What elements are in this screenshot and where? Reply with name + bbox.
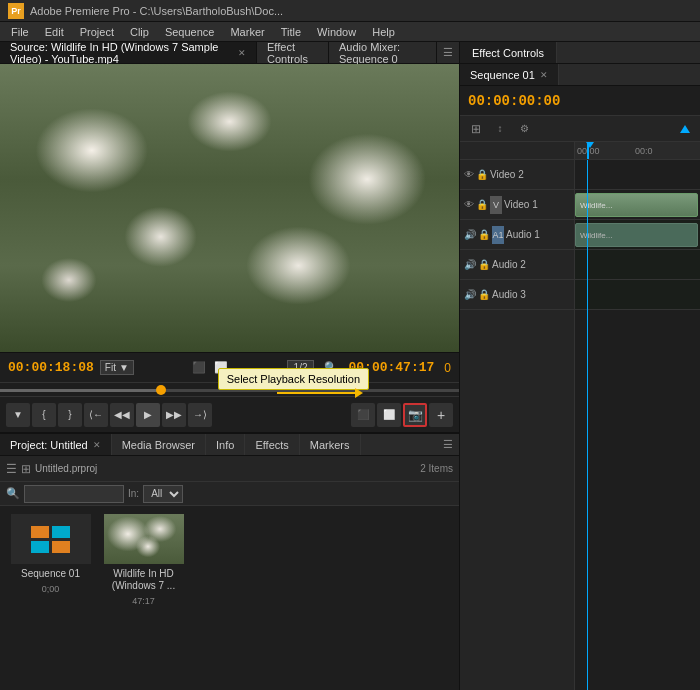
audio1-lock-icon[interactable]: 🔒 (478, 229, 490, 240)
audio-mixer-tab[interactable]: Audio Mixer: Sequence 0 (329, 42, 437, 63)
video2-lane[interactable] (575, 160, 700, 190)
video2-lock-icon[interactable]: 🔒 (476, 169, 488, 180)
audio2-label: Audio 2 (492, 259, 570, 270)
project-file-name: Untitled.prproj (35, 463, 97, 474)
effects-tab[interactable]: Effects (245, 434, 299, 455)
timecode-in: 00:00:18:08 (8, 360, 94, 375)
info-tab[interactable]: Info (206, 434, 245, 455)
search-bar: 🔍 In: All (0, 482, 459, 506)
source-tab[interactable]: Source: Wildlife In HD (Windows 7 Sample… (0, 42, 257, 63)
prev-edit-btn[interactable]: ⟨← (84, 403, 108, 427)
audio1-lane[interactable]: Wildlife... (575, 220, 700, 250)
play-btn[interactable]: ▶ (136, 403, 160, 427)
source-tab-close[interactable]: ✕ (238, 48, 246, 58)
menu-sequence[interactable]: Sequence (158, 24, 222, 40)
tooltip-arrow-line (277, 392, 357, 394)
audio3-mute-icon[interactable]: 🔊 (464, 289, 476, 300)
menu-window[interactable]: Window (310, 24, 363, 40)
video1-target-label: V (490, 196, 502, 214)
menu-edit[interactable]: Edit (38, 24, 71, 40)
seq-tab-label: Sequence 01 (470, 69, 535, 81)
video1-eye-icon[interactable]: 👁 (464, 199, 474, 210)
fit-dropdown[interactable]: Fit ▼ (100, 360, 134, 375)
mark-in-btn[interactable]: ▼ (6, 403, 30, 427)
nest-seq-btn[interactable]: ⊞ (466, 119, 486, 139)
video-clip-label: Wildlife... (580, 201, 612, 210)
menu-clip[interactable]: Clip (123, 24, 156, 40)
wildlife-item-label: Wildlife In HD (Windows 7 ... (101, 568, 186, 592)
panel-menu-btn[interactable]: ☰ (437, 46, 459, 59)
playhead-handle[interactable] (156, 385, 166, 395)
menu-marker[interactable]: Marker (223, 24, 271, 40)
seq-tab-close[interactable]: ✕ (540, 70, 548, 80)
audio2-mute-icon[interactable]: 🔊 (464, 259, 476, 270)
tooltip-arrowhead (355, 388, 363, 398)
in-dropdown[interactable]: All (143, 485, 183, 503)
video1-clip[interactable]: Wildlife... (575, 193, 698, 217)
audio2-lane[interactable] (575, 250, 700, 280)
title-bar: Pr Adobe Premiere Pro - C:\Users\Barthol… (0, 0, 700, 22)
video1-lane[interactable]: Wildlife... (575, 190, 700, 220)
timeline-ruler[interactable]: 00:00 00:0 (575, 142, 700, 160)
track-header-audio1: 🔊 🔒 A1 Audio 1 (460, 220, 574, 250)
list-item[interactable]: Sequence 01 0;00 (8, 514, 93, 594)
window-title: Adobe Premiere Pro - C:\Users\BartholoBu… (30, 5, 283, 17)
project-panel-menu[interactable]: ☰ (437, 438, 459, 451)
menu-project[interactable]: Project (73, 24, 121, 40)
list-item[interactable]: Wildlife In HD (Windows 7 ... 47:17 (101, 514, 186, 606)
mark-in-btn2[interactable]: { (32, 403, 56, 427)
left-panel: Source: Wildlife In HD (Windows 7 Sample… (0, 42, 460, 690)
effect-controls-active-tab[interactable]: Effect Controls (460, 42, 557, 63)
audio1-clip[interactable]: Wildlife... (575, 223, 698, 247)
item-count: 2 Items (420, 463, 453, 474)
step-fwd-btn[interactable]: ▶▶ (162, 403, 186, 427)
search-input[interactable] (24, 485, 124, 503)
project-tabs: Project: Untitled ✕ Media Browser Info E… (0, 434, 459, 456)
audio3-lock-icon[interactable]: 🔒 (478, 289, 490, 300)
icon-view-icon[interactable]: ⊞ (21, 462, 31, 476)
timeline-header: 00:00 00:0 (460, 142, 700, 160)
sequence-tab[interactable]: Sequence 01 ✕ (460, 64, 559, 85)
media-browser-tab[interactable]: Media Browser (112, 434, 206, 455)
insert-btn[interactable]: ⬛ (351, 403, 375, 427)
audio1-mute-icon[interactable]: 🔊 (464, 229, 476, 240)
source-monitor: Source: Wildlife In HD (Windows 7 Sample… (0, 42, 459, 432)
overwrite-btn[interactable]: ⬜ (377, 403, 401, 427)
project-tab-label: Project: Untitled (10, 439, 88, 451)
tooltip-container: Select Playback Resolution (218, 368, 369, 394)
list-view-icon[interactable]: ☰ (6, 462, 17, 476)
video1-label: Video 1 (504, 199, 570, 210)
audio3-label: Audio 3 (492, 289, 570, 300)
effect-controls-tab[interactable]: Effect Controls (257, 42, 329, 63)
search-icon: 🔍 (6, 487, 20, 500)
project-tab[interactable]: Project: Untitled ✕ (0, 434, 112, 455)
sequence-timecode-bar: 00:00:00:00 (460, 86, 700, 116)
menu-title[interactable]: Title (274, 24, 308, 40)
mark-out-btn[interactable]: } (58, 403, 82, 427)
add-btn[interactable]: + (429, 403, 453, 427)
menu-help[interactable]: Help (365, 24, 402, 40)
wildlife-item-duration: 47:17 (132, 596, 155, 606)
next-edit-btn[interactable]: →⟩ (188, 403, 212, 427)
step-back-btn[interactable]: ◀◀ (110, 403, 134, 427)
seq-settings-btn[interactable]: ⚙ (514, 119, 534, 139)
project-tab-close[interactable]: ✕ (93, 440, 101, 450)
video1-lock-icon[interactable]: 🔒 (476, 199, 488, 210)
track-content: Wildlife... Wildlife... (575, 160, 700, 690)
video2-eye-icon[interactable]: 👁 (464, 169, 474, 180)
audio2-lock-icon[interactable]: 🔒 (478, 259, 490, 270)
markers-tab[interactable]: Markers (300, 434, 361, 455)
source-panel-tabs: Source: Wildlife In HD (Windows 7 Sample… (0, 42, 459, 64)
export-frame-btn[interactable]: 📷 (403, 403, 427, 427)
extra-time: 0 (444, 361, 451, 375)
app-icon: Pr (8, 3, 24, 19)
sequence-timecode: 00:00:00:00 (468, 93, 560, 109)
audio3-lane[interactable] (575, 280, 700, 310)
project-grid: Sequence 01 0;00 Wildlife In HD (Windows… (0, 506, 194, 690)
add-tracks-btn[interactable]: ↕ (490, 119, 510, 139)
sequence-item-label: Sequence 01 (21, 568, 80, 580)
track-header-spacer (460, 142, 575, 160)
menu-file[interactable]: File (4, 24, 36, 40)
video2-label: Video 2 (490, 169, 570, 180)
controls-bar: Select Playback Resolution ▼ { } ⟨← ◀◀ ▶… (0, 396, 459, 432)
